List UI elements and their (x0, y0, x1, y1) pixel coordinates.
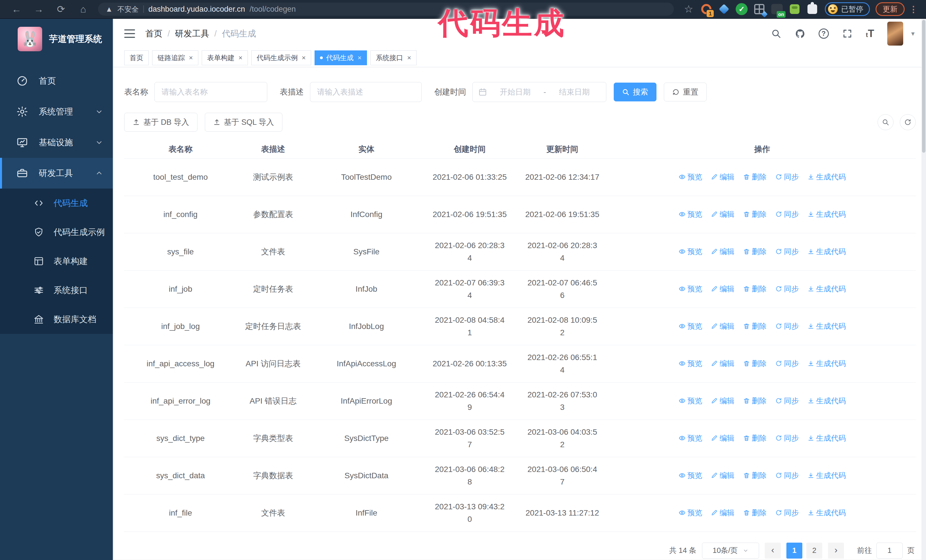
preview-link[interactable]: 预览 (679, 246, 702, 257)
table-desc-input[interactable] (310, 82, 422, 102)
sidebar-subitem-codegen-example[interactable]: 代码生成示例 (0, 217, 113, 247)
sidebar-subitem-codegen[interactable]: 代码生成 (0, 189, 113, 217)
preview-link[interactable]: 预览 (679, 283, 702, 294)
sync-link[interactable]: 同步 (775, 432, 799, 444)
breadcrumb-item[interactable]: 首页 (145, 28, 162, 39)
generate-code-link[interactable]: 生成代码 (808, 470, 846, 481)
table-name-input[interactable] (154, 82, 267, 102)
sync-link[interactable]: 同步 (775, 171, 799, 183)
preview-link[interactable]: 预览 (679, 507, 702, 518)
fullscreen-icon[interactable] (842, 28, 853, 39)
sidebar-item-devtools[interactable]: 研发工具 (0, 158, 113, 189)
reset-button[interactable]: 重置 (664, 83, 707, 101)
extensions-puzzle-icon[interactable] (804, 1, 820, 17)
sidebar-collapse-icon[interactable] (124, 29, 135, 38)
sync-link[interactable]: 同步 (775, 358, 799, 369)
page-button-2[interactable]: 2 (806, 543, 822, 558)
generate-code-link[interactable]: 生成代码 (808, 208, 846, 220)
edit-link[interactable]: 编辑 (711, 246, 735, 257)
edit-link[interactable]: 编辑 (711, 507, 735, 518)
sidebar-subitem-form-builder[interactable]: 表单构建 (0, 247, 113, 276)
tab-form-builder[interactable]: 表单构建× (202, 50, 248, 65)
edit-link[interactable]: 编辑 (711, 358, 735, 369)
tab-close-icon[interactable]: × (357, 54, 362, 62)
sync-link[interactable]: 同步 (775, 507, 799, 518)
preview-link[interactable]: 预览 (679, 320, 702, 332)
end-date-placeholder[interactable]: 结束日期 (548, 87, 601, 97)
breadcrumb-item[interactable]: 研发工具 (175, 28, 209, 39)
user-avatar[interactable] (887, 22, 903, 45)
preview-link[interactable]: 预览 (679, 208, 702, 220)
browser-forward-icon[interactable]: → (29, 4, 49, 15)
preview-link[interactable]: 预览 (679, 432, 702, 444)
extension-gem-icon[interactable] (716, 1, 732, 17)
tab-codegen-example[interactable]: 代码生成示例× (251, 50, 311, 65)
generate-code-link[interactable]: 生成代码 (808, 358, 846, 369)
delete-link[interactable]: 删除 (743, 246, 767, 257)
date-range-picker[interactable]: 开始日期 - 结束日期 (472, 82, 606, 102)
sidebar-item-system[interactable]: 系统管理 (0, 96, 113, 127)
tab-codegen[interactable]: 代码生成× (315, 50, 367, 65)
tab-system-api[interactable]: 系统接口× (371, 50, 416, 65)
bookmark-star-icon[interactable]: ☆ (681, 1, 697, 17)
extension-grid-icon[interactable] (751, 1, 767, 17)
github-icon[interactable] (794, 28, 805, 39)
delete-link[interactable]: 删除 (743, 283, 767, 294)
extension-bot-icon[interactable] (787, 1, 803, 17)
edit-link[interactable]: 编辑 (711, 171, 735, 183)
browser-menu-icon[interactable]: ⋮ (909, 4, 918, 14)
browser-back-icon[interactable]: ← (6, 4, 27, 15)
sidebar-subitem-db-doc[interactable]: 数据库文档 (0, 305, 113, 334)
tab-close-icon[interactable]: × (302, 54, 306, 62)
goto-page-input[interactable] (876, 543, 903, 558)
search-button[interactable]: 搜索 (614, 83, 657, 101)
preview-link[interactable]: 预览 (679, 470, 702, 481)
sidebar-item-infra[interactable]: 基础设施 (0, 127, 113, 158)
sidebar-subitem-system-api[interactable]: 系统接口 (0, 276, 113, 305)
generate-code-link[interactable]: 生成代码 (808, 507, 846, 518)
edit-link[interactable]: 编辑 (711, 208, 735, 220)
scrollbar-thumb[interactable] (922, 20, 925, 152)
generate-code-link[interactable]: 生成代码 (808, 432, 846, 444)
delete-link[interactable]: 删除 (743, 208, 767, 220)
page-size-select[interactable]: 10条/页 (702, 543, 759, 558)
edit-link[interactable]: 编辑 (711, 432, 735, 444)
preview-link[interactable]: 预览 (679, 395, 702, 406)
tab-home[interactable]: 首页 (124, 50, 149, 65)
tab-close-icon[interactable]: × (239, 54, 242, 62)
sync-link[interactable]: 同步 (775, 283, 799, 294)
delete-link[interactable]: 删除 (743, 171, 767, 183)
browser-reload-icon[interactable]: ⟳ (51, 3, 71, 15)
search-icon[interactable] (771, 28, 782, 39)
tab-close-icon[interactable]: × (407, 54, 411, 62)
browser-profile-chip[interactable]: 已暂停 (825, 2, 870, 16)
generate-code-link[interactable]: 生成代码 (808, 320, 846, 332)
page-button-1[interactable]: 1 (787, 543, 802, 558)
edit-link[interactable]: 编辑 (711, 470, 735, 481)
sidebar-item-home[interactable]: 首页 (0, 65, 113, 96)
import-sql-button[interactable]: 基于 SQL 导入 (205, 113, 282, 131)
delete-link[interactable]: 删除 (743, 320, 767, 332)
extension-on-icon[interactable]: on (769, 1, 785, 17)
refresh-button[interactable] (900, 114, 916, 130)
generate-code-link[interactable]: 生成代码 (808, 171, 846, 183)
import-db-button[interactable]: 基于 DB 导入 (124, 113, 197, 131)
user-menu-caret-icon[interactable]: ▾ (911, 30, 915, 38)
delete-link[interactable]: 删除 (743, 358, 767, 369)
sync-link[interactable]: 同步 (775, 246, 799, 257)
address-bar[interactable]: ▲ 不安全 dashboard.yudao.iocoder.cn/tool/co… (98, 3, 674, 16)
delete-link[interactable]: 删除 (743, 470, 767, 481)
sync-link[interactable]: 同步 (775, 470, 799, 481)
prev-page-button[interactable]: ‹ (765, 543, 781, 558)
generate-code-link[interactable]: 生成代码 (808, 283, 846, 294)
sync-link[interactable]: 同步 (775, 320, 799, 332)
extension-check-icon[interactable]: ✓ (734, 1, 750, 17)
toggle-search-button[interactable] (878, 114, 894, 130)
browser-update-button[interactable]: 更新 (876, 2, 905, 16)
sync-link[interactable]: 同步 (775, 395, 799, 406)
extension-orange-icon[interactable]: 1 (698, 1, 714, 17)
page-scrollbar[interactable] (921, 19, 926, 560)
help-icon[interactable]: ? (819, 29, 829, 39)
sidebar-logo-row[interactable]: 🐰 芋道管理系统 (0, 19, 113, 58)
edit-link[interactable]: 编辑 (711, 395, 735, 406)
